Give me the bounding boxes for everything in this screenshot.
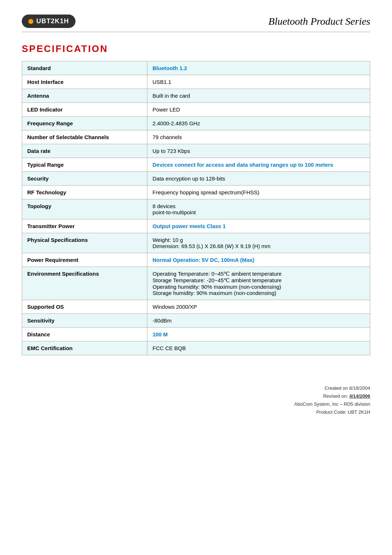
table-row: Sensitivity-80dBm xyxy=(22,314,370,328)
row-label: Topology xyxy=(22,199,147,219)
table-row: SecurityData encryption up to 128-bits xyxy=(22,172,370,186)
table-row: Transmitter PowerOutput power meets Clas… xyxy=(22,219,370,233)
row-label: Antenna xyxy=(22,89,147,103)
row-value: 2.4000-2.4835 GHz xyxy=(147,117,370,130)
row-value: -80dBm xyxy=(147,314,370,328)
table-row: Number of Selectable Channels79 channels xyxy=(22,130,370,144)
row-value: 79 channels xyxy=(147,130,370,144)
row-value: Bluetooth 1.2 xyxy=(147,61,370,75)
row-label: RF Technology xyxy=(22,186,147,199)
page-header: UBT2K1H Bluetooth Product Series xyxy=(22,15,370,32)
row-label: Power Requirement xyxy=(22,253,147,267)
product-logo: UBT2K1H xyxy=(22,15,75,28)
logo-text: UBT2K1H xyxy=(36,17,69,25)
row-label: Distance xyxy=(22,328,147,341)
table-row: Physical SpecificationsWeight: 10 gDimen… xyxy=(22,233,370,253)
row-value: Normal Operation: 5V DC, 100mA (Max) xyxy=(147,253,370,267)
footer-line1: Created on 8/18/2004 xyxy=(22,384,370,392)
row-value: Operating Temperature: 0~45℃ ambient tem… xyxy=(147,267,370,300)
footer-line4: Product Code: UBT 2K1H xyxy=(22,408,370,416)
row-value: 100 M xyxy=(147,328,370,341)
row-label: Data rate xyxy=(22,144,147,158)
table-row: Supported OSWindows 2000/XP xyxy=(22,300,370,314)
page-title: SPECIFICATION xyxy=(22,43,370,54)
footer-line3: AboCom System, Inc – RD5 division xyxy=(22,400,370,408)
row-value: FCC CE BQB xyxy=(147,341,370,355)
table-row: Typical RangeDevices connect for access … xyxy=(22,158,370,172)
footer: Created on 8/18/2004 Revised on: 4/14/20… xyxy=(22,384,370,416)
table-row: RF TechnologyFrequency hopping spread sp… xyxy=(22,186,370,199)
row-value: Built in the card xyxy=(147,89,370,103)
logo-dot-icon xyxy=(28,19,33,24)
table-row: Distance100 M xyxy=(22,328,370,341)
row-value: Data encryption up to 128-bits xyxy=(147,172,370,186)
row-label: Number of Selectable Channels xyxy=(22,130,147,144)
table-row: LED IndicatorPower LED xyxy=(22,103,370,117)
spec-table: StandardBluetooth 1.2Host InterfaceUSB1.… xyxy=(22,61,370,355)
row-label: Supported OS xyxy=(22,300,147,314)
table-row: Environment SpecificationsOperating Temp… xyxy=(22,267,370,300)
row-label: Transmitter Power xyxy=(22,219,147,233)
brand-title: Bluetooth Product Series xyxy=(269,16,370,27)
row-label: LED Indicator xyxy=(22,103,147,117)
row-label: Standard xyxy=(22,61,147,75)
table-row: Power RequirementNormal Operation: 5V DC… xyxy=(22,253,370,267)
row-label: Frequency Range xyxy=(22,117,147,130)
row-label: Sensitivity xyxy=(22,314,147,328)
row-value: Frequency hopping spread spectrum(FHSS) xyxy=(147,186,370,199)
footer-line2: Revised on: 4/14/2006 xyxy=(22,392,370,400)
row-value: Up to 723 Kbps xyxy=(147,144,370,158)
row-label: Host Interface xyxy=(22,75,147,89)
table-row: AntennaBuilt in the card xyxy=(22,89,370,103)
row-label: Physical Specifications xyxy=(22,233,147,253)
row-value: Power LED xyxy=(147,103,370,117)
row-label: Typical Range xyxy=(22,158,147,172)
row-value: Weight: 10 gDimension: 69.53 (L) X 26.68… xyxy=(147,233,370,253)
row-value: 8 devicespoint-to-multipoint xyxy=(147,199,370,219)
row-value: Devices connect for access and data shar… xyxy=(147,158,370,172)
table-row: Topology8 devicespoint-to-multipoint xyxy=(22,199,370,219)
table-row: EMC CertificationFCC CE BQB xyxy=(22,341,370,355)
row-value: USB1.1 xyxy=(147,75,370,89)
table-row: Frequency Range2.4000-2.4835 GHz xyxy=(22,117,370,130)
row-label: Environment Specifications xyxy=(22,267,147,300)
row-value: Windows 2000/XP xyxy=(147,300,370,314)
row-label: EMC Certification xyxy=(22,341,147,355)
table-row: Data rateUp to 723 Kbps xyxy=(22,144,370,158)
row-label: Security xyxy=(22,172,147,186)
row-value: Output power meets Class 1 xyxy=(147,219,370,233)
table-row: StandardBluetooth 1.2 xyxy=(22,61,370,75)
table-row: Host InterfaceUSB1.1 xyxy=(22,75,370,89)
